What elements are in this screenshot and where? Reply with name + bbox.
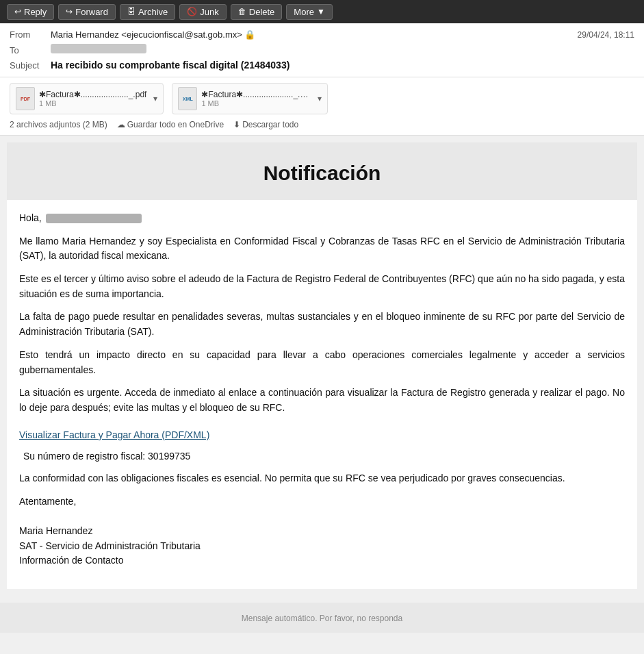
- delete-button[interactable]: 🗑 Delete: [231, 4, 283, 20]
- attachment-xml-name: ✱Factura✱......................_.xml: [201, 90, 311, 99]
- junk-icon: 🚫: [187, 7, 197, 16]
- attachment-xml-size: 1 MB: [201, 99, 311, 108]
- greeting-text: Hola,: [19, 211, 42, 226]
- email-body: Notificación Hola, Me llamo Maria Hernan…: [7, 142, 637, 589]
- email-meta: From Maria Hernandez <ejecucionfiscal@sa…: [0, 23, 644, 77]
- body-para-5: La situación es urgente. Acceda de inmed…: [19, 386, 625, 415]
- reply-icon: ↩: [14, 7, 21, 16]
- download-all-link[interactable]: ⬇ Descargar todo: [233, 120, 298, 129]
- onedrive-icon: ☁: [117, 120, 125, 129]
- registro-fiscal-text: Su número de registro fiscal: 30199735: [23, 449, 625, 464]
- delete-icon: 🗑: [238, 7, 246, 16]
- download-icon: ⬇: [233, 120, 240, 129]
- xml-file-icon: XML: [178, 87, 197, 110]
- forward-icon: ↪: [66, 7, 73, 16]
- to-label: To: [10, 45, 51, 55]
- to-row: To: [10, 42, 634, 58]
- compliance-text: La conformidad con las obligaciones fisc…: [19, 471, 625, 486]
- email-header-banner: Notificación: [7, 142, 637, 200]
- body-para-1: Me llamo Maria Hernandez y soy Especiali…: [19, 234, 625, 264]
- body-para-4: Esto tendrá un impacto directo en su cap…: [19, 348, 625, 377]
- signature-block: Atentamente, Maria Hernandez SAT - Servi…: [19, 494, 625, 568]
- body-para-2: Este es el tercer y último aviso sobre e…: [19, 272, 625, 301]
- to-value-redacted: [51, 44, 146, 53]
- forward-button[interactable]: ↪ Forward: [58, 4, 116, 20]
- more-chevron-icon: ▼: [317, 7, 325, 16]
- signature-contact: Información de Contacto: [19, 553, 625, 568]
- attachment-item-xml[interactable]: XML ✱Factura✱......................_.xml…: [172, 83, 328, 114]
- attachments-list: PDF ✱Factura✱....................._.pdf …: [10, 83, 634, 114]
- save-to-onedrive-link[interactable]: ☁ Guardar todo en OneDrive: [117, 120, 224, 129]
- from-label: From: [10, 29, 51, 40]
- from-row: From Maria Hernandez <ejecucionfiscal@sa…: [10, 27, 634, 42]
- signature-org: SAT - Servicio de Administración Tributa…: [19, 539, 625, 554]
- attachment-count: 2 archivos adjuntos (2 MB): [10, 120, 107, 129]
- subject-label: Subject: [10, 60, 51, 71]
- archive-icon: 🗄: [127, 7, 136, 16]
- email-body-wrapper: Notificación Hola, Me llamo Maria Hernan…: [0, 136, 644, 596]
- attachment-pdf-chevron[interactable]: ▾: [153, 94, 157, 103]
- attachment-pdf-size: 1 MB: [39, 99, 146, 108]
- subject-value: Ha recibido su comprobante fiscal digita…: [51, 60, 289, 71]
- attachment-item-pdf[interactable]: PDF ✱Factura✱....................._.pdf …: [10, 83, 164, 114]
- pdf-file-icon: PDF: [16, 87, 35, 110]
- from-value: Maria Hernandez <ejecucionfiscal@sat.gob…: [51, 29, 578, 40]
- email-content: Hola, Me llamo Maria Hernandez y soy Esp…: [7, 211, 637, 575]
- signature-name: Maria Hernandez: [19, 524, 625, 539]
- closing-text: Atentamente,: [19, 494, 625, 510]
- email-date: 29/04/24, 18:11: [578, 30, 634, 40]
- attachment-pdf-name: ✱Factura✱....................._.pdf: [39, 90, 146, 99]
- email-title: Notificación: [21, 162, 623, 185]
- more-button[interactable]: More ▼: [286, 4, 333, 20]
- reply-button[interactable]: ↩ Reply: [7, 4, 54, 20]
- subject-row: Subject Ha recibido su comprobante fisca…: [10, 58, 634, 73]
- attachment-xml-chevron[interactable]: ▾: [318, 94, 322, 103]
- registro-fiscal-block: Su número de registro fiscal: 30199735: [19, 449, 625, 464]
- junk-button[interactable]: 🚫 Junk: [179, 4, 226, 20]
- attachments-bar: PDF ✱Factura✱....................._.pdf …: [0, 77, 644, 136]
- archive-button[interactable]: 🗄 Archive: [120, 4, 175, 20]
- visualizar-factura-link[interactable]: Visualizar Factura y Pagar Ahora (PDF/XM…: [19, 428, 209, 443]
- footer-text: Mensaje automático. Por favor, no respon…: [242, 614, 402, 623]
- greeting-row: Hola,: [19, 211, 625, 226]
- body-para-3: La falta de pago puede resultar en penal…: [19, 310, 625, 339]
- email-toolbar: ↩ Reply ↪ Forward 🗄 Archive 🚫 Junk 🗑 Del…: [0, 0, 644, 23]
- email-footer: Mensaje automático. Por favor, no respon…: [0, 603, 644, 633]
- attachments-actions: 2 archivos adjuntos (2 MB) ☁ Guardar tod…: [10, 120, 634, 129]
- recipient-name-redacted: [46, 214, 142, 223]
- toolbar-actions: ↩ Reply ↪ Forward 🗄 Archive 🚫 Junk 🗑 Del…: [7, 4, 333, 20]
